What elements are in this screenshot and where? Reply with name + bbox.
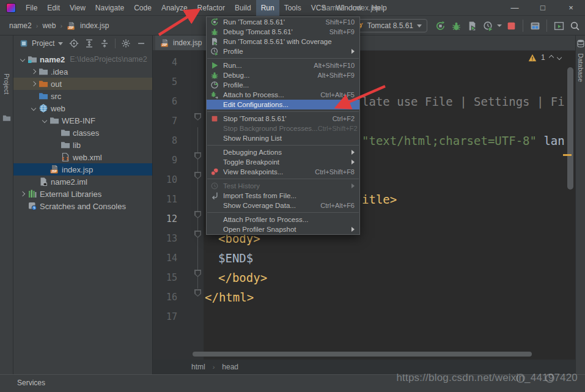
menubar-item-refactor[interactable]: Refactor: [193, 0, 230, 16]
fold-marker-icon[interactable]: [194, 270, 201, 277]
toolwindow-button[interactable]: [552, 19, 565, 32]
inspection-widget: 1: [528, 53, 561, 62]
menu-item-debugging-actions[interactable]: Debugging Actions: [207, 147, 359, 157]
editor-breadcrumb-head[interactable]: head: [222, 363, 238, 371]
maximize-button[interactable]: □: [529, 0, 557, 16]
chevron-down-icon[interactable]: [28, 106, 39, 110]
services-button[interactable]: [528, 19, 542, 32]
menu-item-stop-background-processes[interactable]: Stop Background Processes...Ctrl+Shift+F…: [207, 124, 359, 133]
tree-item-index-jsp[interactable]: JSPindex.jsp: [13, 163, 152, 176]
tree-item-scratches-and-consoles[interactable]: Scratches and Consoles: [13, 200, 152, 212]
hide-panel-icon[interactable]: [136, 39, 146, 48]
breadcrumb-item-web[interactable]: web: [42, 21, 56, 30]
services-tool-button[interactable]: Services: [17, 375, 45, 391]
chevron-right-icon[interactable]: [28, 70, 39, 73]
database-icon: [576, 39, 585, 48]
breadcrumb-item-name2[interactable]: name2: [9, 21, 32, 30]
profile-button[interactable]: [481, 19, 495, 32]
tree-item-web-xml[interactable]: web.xml: [13, 151, 152, 163]
tree-item-idea[interactable]: .idea: [13, 65, 152, 78]
previous-highlight-icon[interactable]: [548, 55, 553, 60]
menubar-item-view[interactable]: View: [65, 0, 90, 16]
fold-marker-icon[interactable]: [194, 211, 201, 218]
fold-marker-icon[interactable]: [194, 113, 201, 120]
chevron-right-icon[interactable]: [28, 82, 39, 86]
debug-button[interactable]: [449, 19, 463, 32]
collapse-all-icon[interactable]: [100, 39, 109, 48]
menu-item-stop-tomcat-8-5-61[interactable]: Stop 'Tomcat 8.5.61'Ctrl+F2: [207, 114, 359, 124]
menu-item-show-coverage-data[interactable]: Show Coverage Data...Ctrl+Alt+F6: [207, 201, 359, 210]
menu-item-import-tests-from-file[interactable]: Import Tests from File...: [207, 191, 359, 201]
menu-item-attach-profiler-to-process[interactable]: Attach Profiler to Process...: [207, 215, 359, 224]
tree-item-web[interactable]: web: [13, 102, 152, 114]
submenu-arrow-icon: [351, 183, 355, 188]
run-configuration-selector[interactable]: Tomcat 8.5.61: [349, 19, 427, 32]
code-fragment: $END$: [218, 251, 253, 265]
close-button[interactable]: ×: [557, 0, 585, 16]
horizontal-scrollbar[interactable]: [193, 352, 532, 357]
tree-item-name2-iml[interactable]: name2.iml: [13, 176, 152, 188]
editor-breadcrumb-html[interactable]: html: [191, 363, 205, 371]
coverage-button[interactable]: [465, 19, 479, 32]
menu-item-icon-slot: [210, 201, 219, 210]
expand-all-icon[interactable]: [84, 39, 94, 48]
tree-item-out[interactable]: out: [13, 78, 152, 90]
tree-item-lib[interactable]: lib: [13, 139, 152, 151]
tree-item-web-inf[interactable]: WEB-INF: [13, 114, 152, 127]
menu-item-run-tomcat-8-5-61-with-coverage[interactable]: Run 'Tomcat 8.5.61' with Coverage: [207, 37, 359, 46]
vertical-scrollbar[interactable]: [567, 67, 573, 190]
gear-icon[interactable]: [121, 39, 131, 48]
tree-item-classes[interactable]: classes: [13, 127, 152, 139]
minimize-button[interactable]: —: [501, 0, 529, 16]
chevron-down-icon[interactable]: [17, 57, 28, 61]
menubar-item-edit[interactable]: Edit: [42, 0, 65, 16]
search-button[interactable]: [568, 19, 581, 32]
menu-item-profile[interactable]: Profile: [207, 46, 359, 56]
fold-marker-icon[interactable]: [194, 231, 201, 238]
menu-item-label: Import Tests from File...: [223, 192, 296, 199]
menu-item-debug[interactable]: Debug...Alt+Shift+F9: [207, 70, 359, 80]
tree-item-src[interactable]: src: [13, 90, 152, 102]
chevron-glyph: [31, 69, 35, 74]
chevron-down-icon[interactable]: [497, 24, 502, 27]
rerun-button[interactable]: [433, 19, 447, 32]
project-view-selector[interactable]: Project: [32, 39, 54, 48]
database-tool-button[interactable]: Database: [577, 53, 584, 82]
line-number: 5: [153, 72, 177, 92]
folder-icon: [39, 67, 48, 76]
project-tool-button[interactable]: Project: [3, 73, 10, 94]
menu-item-attach-to-process[interactable]: Attach to Process...Ctrl+Alt+F5: [207, 90, 359, 100]
menu-item-run[interactable]: Run...Alt+Shift+F10: [207, 61, 359, 70]
fold-marker-icon[interactable]: [194, 289, 201, 297]
fold-marker-icon[interactable]: [194, 152, 201, 160]
tree-item-name2[interactable]: name2E:\IdeaProjects\name2: [13, 53, 152, 65]
menubar-item-tools[interactable]: Tools: [279, 0, 306, 16]
menu-item-run-tomcat-8-5-61[interactable]: Run 'Tomcat 8.5.61'Shift+F10: [207, 17, 359, 27]
tree-item-external-libraries[interactable]: External Libraries: [13, 188, 152, 200]
menubar-item-file[interactable]: File: [21, 0, 42, 16]
menu-item-debug-tomcat-8-5-61[interactable]: Debug 'Tomcat 8.5.61'Shift+F9: [207, 27, 359, 37]
menu-item-view-breakpoints[interactable]: View Breakpoints...Ctrl+Shift+F8: [207, 167, 359, 177]
menu-item-edit-configurations[interactable]: Edit Configurations...: [207, 100, 359, 109]
chevron-right-icon[interactable]: [17, 192, 28, 196]
toolbar-separator: [115, 39, 116, 48]
menu-item-toggle-breakpoint[interactable]: Toggle Breakpoint: [207, 157, 359, 167]
breadcrumb-item-index-jsp[interactable]: index.jsp: [80, 21, 109, 30]
locate-file-icon[interactable]: [69, 39, 79, 48]
next-highlight-icon[interactable]: [556, 55, 561, 60]
menu-item-show-running-list[interactable]: Show Running List: [207, 133, 359, 143]
chevron-down-icon[interactable]: [39, 119, 50, 122]
menu-item-label: Test History: [223, 182, 260, 190]
menu-item-profile[interactable]: Profile...: [207, 80, 359, 90]
menu-item-test-history[interactable]: Test History: [207, 181, 359, 191]
menubar-item-navigate[interactable]: Navigate: [90, 0, 129, 16]
menu-item-open-profiler-snapshot[interactable]: Open Profiler Snapshot: [207, 224, 359, 234]
menubar-item-analyze[interactable]: Analyze: [156, 0, 193, 16]
code-fragment: </body>: [218, 271, 267, 284]
stop-run-button[interactable]: [504, 19, 518, 32]
warning-stripe-mark[interactable]: [563, 154, 572, 156]
menubar-item-build[interactable]: Build: [230, 0, 256, 16]
fold-marker-icon[interactable]: [194, 172, 201, 179]
menubar-item-run[interactable]: Run: [256, 0, 279, 16]
menubar-item-code[interactable]: Code: [129, 0, 156, 16]
